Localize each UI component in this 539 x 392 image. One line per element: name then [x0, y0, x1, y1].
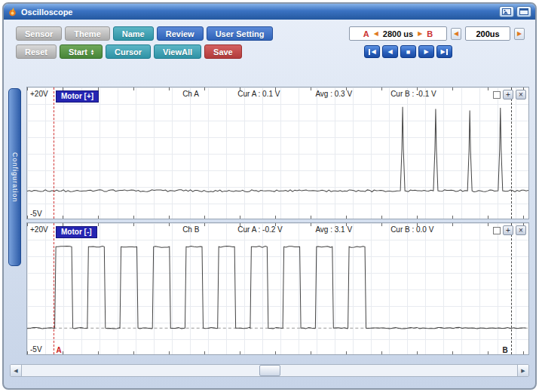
cursor-interval-value: 2800 us — [383, 29, 413, 38]
skip-to-start-button[interactable]: ◀ — [364, 45, 380, 58]
save-button[interactable]: Save — [204, 44, 242, 59]
reset-button[interactable]: Reset — [16, 44, 57, 59]
sensor-button[interactable]: Sensor — [16, 26, 62, 41]
timebase-next-button[interactable]: ▶ — [514, 28, 525, 40]
cursor-button[interactable]: Cursor — [106, 44, 151, 59]
toolbar-rows: SensorThemeNameReviewUser Setting ResetS… — [16, 26, 273, 59]
panel-expand-button[interactable]: + — [503, 90, 513, 100]
vmin-label: -5V — [30, 345, 42, 354]
timebase-prev-button[interactable]: ◀ — [451, 28, 461, 40]
horizontal-scrollbar[interactable]: ◀ ▶ — [10, 364, 529, 377]
scrollbar-track[interactable] — [22, 365, 517, 376]
image-icon — [502, 8, 511, 15]
panel-expand-button[interactable]: + — [503, 225, 513, 235]
vmin-label: -5V — [30, 210, 42, 218]
toolbar: SensorThemeNameReviewUser Setting ResetS… — [4, 20, 535, 87]
titlebar: Oscilloscope — [4, 4, 535, 20]
window-button[interactable] — [516, 6, 531, 17]
scroll-right-arrow-icon[interactable]: ▶ — [517, 365, 528, 376]
playback-controls: ◀◀■▶▶ — [364, 45, 452, 58]
toolbar-row-2: ResetStart▴▾CursorViewAllSave — [16, 44, 273, 59]
marker-b-label: B — [427, 29, 433, 38]
scrollbar-thumb[interactable] — [259, 365, 280, 376]
channel-label: Ch B — [182, 225, 199, 234]
screenshot: Oscilloscope SensorThemeNameReviewUser S… — [0, 0, 539, 392]
app-icon — [8, 7, 17, 17]
start-button[interactable]: Start▴▾ — [60, 44, 103, 59]
cursor-b-line[interactable] — [511, 223, 512, 354]
time-row: A ◀ 2800 us ▶ B ◀ 200us ▶ — [349, 26, 525, 41]
oscilloscope-window: Oscilloscope SensorThemeNameReviewUser S… — [2, 2, 537, 390]
scope-panel-chb: +20V Motor [-] Ch B Cur A : -0.2 V Avg :… — [26, 222, 529, 355]
cursor-b-value: Cur B : 0.0 V — [390, 225, 433, 234]
cursor-a-marker[interactable]: A — [57, 346, 62, 354]
window-icon — [519, 8, 528, 15]
step-forward-button[interactable]: ▶ — [418, 45, 434, 58]
panel-close-button[interactable]: × — [516, 225, 526, 235]
stop-button[interactable]: ■ — [400, 45, 416, 58]
average-value: Avg : 0.3 V — [315, 90, 352, 98]
cursor-interval-display: A ◀ 2800 us ▶ B — [349, 26, 447, 41]
vmax-label: +20V — [30, 225, 48, 234]
toolbar-row-1: SensorThemeNameReviewUser Setting — [16, 26, 273, 41]
user-setting-button[interactable]: User Setting — [207, 26, 274, 41]
cursor-b-marker[interactable]: B — [502, 346, 507, 354]
average-value: Avg : 3.1 V — [315, 225, 352, 234]
time-controls: A ◀ 2800 us ▶ B ◀ 200us ▶ ◀◀■▶▶ — [349, 26, 525, 58]
vmax-label: +20V — [30, 90, 48, 98]
scroll-left-arrow-icon[interactable]: ◀ — [11, 365, 22, 376]
timebase-display: 200us — [465, 26, 510, 41]
image-button[interactable] — [499, 6, 514, 17]
panel-checkbox[interactable] — [493, 91, 501, 99]
cursor-a-value: Cur A : 0.1 V — [237, 90, 280, 98]
spinner-arrows-icon[interactable]: ▴▾ — [91, 49, 93, 55]
cursor-b-value: Cur B : -0.1 V — [390, 90, 436, 98]
waveform-cha — [27, 87, 528, 219]
channel-label: Ch A — [182, 90, 199, 98]
panel-controls: + × — [493, 90, 526, 100]
viewall-button[interactable]: ViewAll — [154, 44, 201, 59]
scope-area: Configuration +20V Motor [+] Ch A Cur A … — [26, 87, 529, 355]
panel-checkbox[interactable] — [493, 227, 501, 234]
tick-marks — [27, 351, 528, 354]
waveform-chb — [27, 223, 528, 354]
scope-panel-cha: +20V Motor [+] Ch A Cur A : 0.1 V Avg : … — [26, 87, 529, 219]
panel-close-button[interactable]: × — [516, 90, 526, 100]
skip-to-end-button[interactable]: ▶ — [436, 45, 452, 58]
marker-a-label: A — [363, 29, 369, 38]
configuration-tab[interactable]: Configuration — [8, 88, 21, 266]
interval-left-arrow-icon[interactable]: ◀ — [374, 30, 378, 37]
cursor-a-line[interactable] — [54, 223, 54, 354]
theme-button[interactable]: Theme — [65, 26, 109, 41]
channel-name-badge[interactable]: Motor [-] — [56, 226, 97, 238]
step-back-button[interactable]: ◀ — [382, 45, 398, 58]
window-title: Oscilloscope — [21, 8, 497, 17]
interval-right-arrow-icon[interactable]: ▶ — [418, 30, 422, 37]
cursor-b-line[interactable] — [511, 87, 512, 219]
channel-name-badge[interactable]: Motor [+] — [56, 90, 99, 103]
review-button[interactable]: Review — [157, 26, 204, 41]
name-button[interactable]: Name — [113, 26, 154, 41]
cursor-a-value: Cur A : -0.2 V — [237, 225, 282, 234]
tick-marks — [27, 216, 528, 219]
panel-controls: + × — [493, 225, 526, 235]
cursor-a-line[interactable] — [54, 87, 54, 219]
